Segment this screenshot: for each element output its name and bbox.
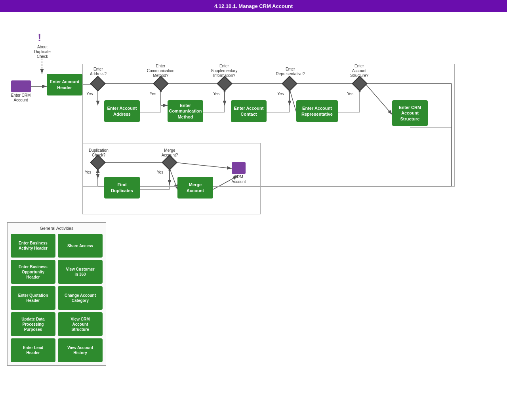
gw-dup-label: DuplicationCheck?: [85, 148, 112, 158]
btn-update-data[interactable]: Update DataProcessingPurposes: [11, 312, 55, 336]
enter-account-header-box[interactable]: Enter AccountHeader: [47, 74, 82, 95]
enter-crm-account-event: [11, 80, 31, 92]
btn-change-account-cat[interactable]: Change AccountCategory: [58, 286, 103, 310]
btn-view-customer-360[interactable]: View Customerin 360: [58, 260, 103, 284]
general-activities-title: General Activities: [11, 226, 103, 231]
enter-crm-account-label: Enter CRMAccount: [8, 93, 34, 103]
page-title: 4.12.10.1. Manage CRM Account: [0, 0, 507, 12]
merge-account-box[interactable]: Merge Account: [177, 177, 213, 199]
btn-view-crm-structure[interactable]: View CRMAccountStructure: [58, 312, 103, 336]
btn-quotation-header[interactable]: Enter QuotationHeader: [11, 286, 55, 310]
btn-business-activity[interactable]: Enter BusinessActivity Header: [11, 234, 55, 258]
general-activities-panel: General Activities Enter BusinessActivit…: [7, 222, 106, 366]
about-duplicate-label: AboutDuplicateCheck: [29, 45, 56, 59]
crm-account-end-event: [232, 162, 246, 174]
gw-dup-yes: Yes: [85, 170, 91, 174]
activity-grid: Enter BusinessActivity Header Share Acce…: [11, 234, 103, 362]
gw-merge-label: MergeAccount?: [157, 148, 183, 158]
gw-merge-yes: Yes: [157, 170, 163, 174]
btn-business-opp[interactable]: Enter BusinessOpportunityHeader: [11, 260, 55, 284]
about-duplicate-icon: !: [38, 31, 41, 44]
btn-share-access[interactable]: Share Access: [58, 234, 103, 258]
crm-account-end-label: CRMAccount: [228, 175, 250, 184]
btn-lead-header[interactable]: Enter LeadHeader: [11, 338, 55, 362]
find-duplicates-box[interactable]: Find Duplicates: [104, 177, 140, 199]
btn-view-account-history[interactable]: View AccountHistory: [58, 338, 103, 362]
